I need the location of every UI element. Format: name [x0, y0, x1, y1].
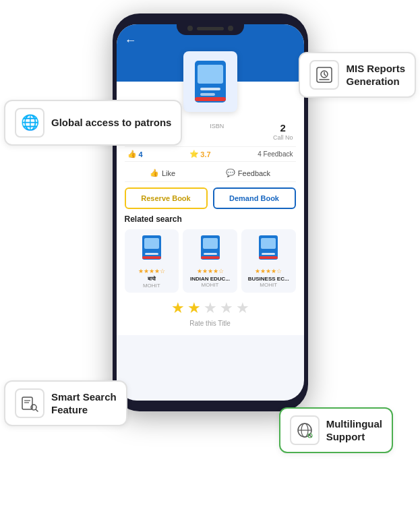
isbn-label: ISBN: [210, 123, 224, 129]
star-4[interactable]: ★: [220, 299, 233, 317]
related-item-2[interactable]: ★★★★☆ BUSINESS EC... MOHIT: [241, 229, 296, 293]
call-no-label: Call No: [273, 134, 293, 141]
star-1[interactable]: ★: [171, 299, 185, 317]
related-book-icon-2: [258, 235, 279, 265]
related-title-0: बायो: [127, 276, 177, 283]
related-author-1: MOHIT: [202, 282, 219, 288]
svg-rect-18: [145, 253, 158, 255]
related-book-icon-0: [141, 235, 162, 265]
action-buttons-row: Reserve Book Demand Book: [125, 187, 296, 209]
call-no-value: 2: [280, 122, 286, 134]
feedback-count: 4 Feedback: [258, 150, 293, 158]
multilingual-icon: [290, 415, 320, 445]
mis-reports-badge: MIS ReportsGeneration: [299, 52, 416, 98]
smart-search-badge: Smart SearchFeature: [4, 380, 127, 426]
book-cover-svg: [192, 59, 229, 104]
related-book-icon-1: [200, 235, 221, 265]
related-search-label: Related search: [125, 214, 296, 224]
svg-rect-23: [201, 256, 220, 259]
feedback-action-icon: 💬: [226, 169, 235, 177]
like-action-icon: 👍: [150, 169, 159, 177]
related-item-0[interactable]: ★★★★☆ बायो MOHIT: [125, 229, 179, 293]
svg-rect-21: [203, 238, 218, 249]
reserve-book-button[interactable]: Reserve Book: [125, 187, 208, 209]
related-author-0: MOHIT: [143, 283, 160, 289]
related-stars-0: ★★★★☆: [138, 268, 165, 274]
related-stars-2: ★★★★☆: [255, 268, 282, 274]
related-grid: ★★★★☆ बायो MOHIT ★★★★☆ INDIAN EDUC... MO…: [125, 229, 296, 293]
phone-notch: [177, 22, 244, 35]
phone-screen: ← 2012 Publish Year: [117, 24, 304, 401]
related-title-2: BUSINESS EC...: [244, 276, 293, 282]
star-rating: ⭐ 3.7: [189, 150, 210, 158]
phone-frame: ← 2012 Publish Year: [113, 13, 308, 411]
star-2[interactable]: ★: [187, 299, 201, 317]
star-3[interactable]: ★: [204, 299, 217, 317]
related-item-1[interactable]: ★★★★☆ INDIAN EDUC... MOHIT: [183, 229, 237, 293]
speaker-bar: [197, 27, 224, 30]
globe-icon: 🌐: [15, 108, 44, 138]
related-author-2: MOHIT: [260, 282, 277, 288]
svg-line-6: [36, 409, 38, 411]
svg-rect-25: [261, 238, 276, 249]
isbn-stat: ISBN: [210, 122, 224, 129]
svg-rect-15: [195, 97, 226, 101]
like-action-label: Like: [162, 169, 175, 177]
svg-rect-12: [198, 65, 223, 84]
svg-rect-27: [259, 256, 278, 259]
like-action[interactable]: 👍 Like: [150, 169, 175, 177]
call-no-stat: 2 Call No: [273, 122, 293, 141]
book-cover: [183, 51, 237, 112]
global-access-label: Global access to patrons: [51, 116, 171, 129]
related-stars-1: ★★★★☆: [197, 268, 224, 274]
back-button[interactable]: ←: [125, 34, 137, 47]
big-stars[interactable]: ★ ★ ★ ★ ★: [171, 299, 249, 317]
mis-reports-label: MIS ReportsGeneration: [346, 62, 405, 88]
svg-rect-19: [142, 256, 161, 259]
rate-title-label: Rate this Title: [189, 320, 231, 327]
svg-rect-13: [200, 88, 220, 90]
smart-search-label: Smart SearchFeature: [51, 390, 117, 417]
svg-rect-14: [200, 93, 215, 96]
svg-rect-22: [204, 253, 217, 255]
svg-rect-26: [262, 253, 275, 255]
global-access-badge: 🌐 Global access to patrons: [4, 100, 182, 146]
mis-icon: [309, 60, 339, 90]
smart-search-icon: [15, 388, 44, 418]
star-icon: ⭐: [189, 150, 199, 158]
feedback-action-label: Feedback: [238, 169, 270, 177]
thumbs-up-icon: 👍: [127, 150, 137, 158]
multilingual-label: MultilingualSupport: [326, 417, 382, 444]
demand-book-button[interactable]: Demand Book: [213, 187, 296, 209]
related-title-1: INDIAN EDUC...: [185, 276, 235, 282]
action-row: 👍 Like 💬 Feedback: [125, 165, 296, 182]
camera-dot-2: [228, 26, 233, 31]
rating-row: 👍 4 ⭐ 3.7 4 Feedback: [125, 146, 296, 162]
rate-title-section: ★ ★ ★ ★ ★ Rate this Title: [125, 299, 296, 327]
star-5[interactable]: ★: [236, 299, 249, 317]
like-count: 👍 4: [127, 150, 143, 158]
camera-dot: [187, 26, 193, 31]
multilingual-badge: MultilingualSupport: [279, 407, 393, 453]
feedback-action[interactable]: 💬 Feedback: [226, 169, 270, 177]
svg-rect-17: [144, 238, 159, 249]
